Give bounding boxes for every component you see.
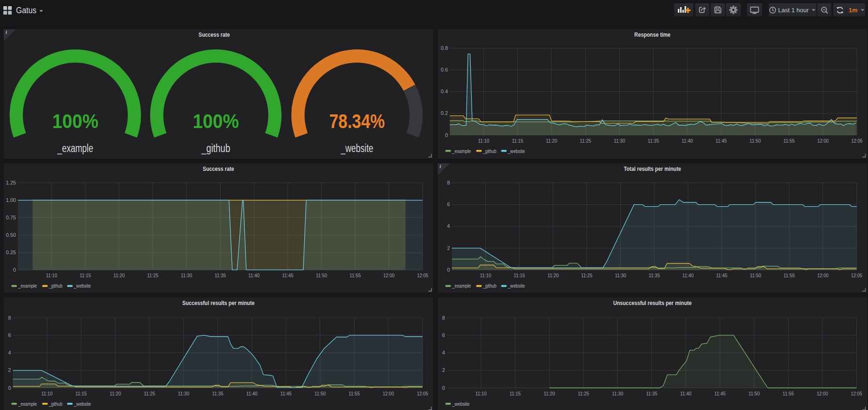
svg-text:11:45: 11:45 [280,391,291,396]
svg-text:11:10: 11:10 [475,391,487,396]
svg-text:0: 0 [447,267,450,273]
svg-text:_github: _github [48,401,62,407]
svg-text:4: 4 [8,350,11,355]
svg-text:11:20: 11:20 [544,391,555,396]
svg-text:11:15: 11:15 [75,391,87,396]
svg-text:11:45: 11:45 [714,391,725,396]
svg-text:_example: _example [452,283,471,289]
svg-text:11:40: 11:40 [680,391,691,396]
svg-text:11:35: 11:35 [648,138,659,144]
svg-text:12:05: 12:05 [417,391,428,396]
svg-text:11:10: 11:10 [41,391,53,396]
svg-text:6: 6 [8,332,11,338]
svg-text:11:30: 11:30 [181,273,192,278]
svg-text:11:10: 11:10 [480,273,491,278]
svg-text:11:35: 11:35 [649,273,660,278]
svg-text:11:30: 11:30 [614,138,625,144]
svg-text:12:05: 12:05 [851,138,862,144]
svg-text:11:45: 11:45 [716,273,727,278]
svg-text:12:00: 12:00 [383,391,394,396]
svg-text:11:30: 11:30 [612,391,623,396]
svg-text:8: 8 [447,180,450,185]
svg-text:11:25: 11:25 [144,391,155,396]
svg-text:2: 2 [442,367,445,373]
svg-text:11:45: 11:45 [715,138,727,144]
svg-text:11:10: 11:10 [46,273,57,278]
svg-text:78.34%: 78.34% [330,110,385,132]
svg-text:12:05: 12:05 [851,391,862,396]
svg-text:11:55: 11:55 [783,138,795,144]
svg-text:12:05: 12:05 [417,273,428,278]
svg-text:0: 0 [13,267,16,273]
svg-text:11:20: 11:20 [546,138,557,144]
svg-text:11:55: 11:55 [783,391,794,396]
svg-text:_website: _website [507,148,525,154]
svg-text:12:00: 12:00 [817,391,828,396]
svg-text:100%: 100% [193,110,239,132]
svg-text:11:20: 11:20 [113,273,125,278]
svg-text:11:15: 11:15 [80,273,91,278]
svg-text:11:55: 11:55 [349,391,360,396]
svg-text:11:25: 11:25 [581,273,593,278]
svg-text:0.6: 0.6 [441,67,448,72]
svg-text:2: 2 [447,245,450,251]
svg-text:11:50: 11:50 [750,273,761,278]
svg-text:_website: _website [340,142,373,154]
svg-text:_github: _github [48,283,62,289]
svg-text:100%: 100% [52,110,98,132]
svg-text:11:40: 11:40 [682,138,693,144]
svg-text:8: 8 [442,315,445,321]
svg-text:_github: _github [482,283,496,289]
svg-text:_example: _example [57,142,93,154]
svg-text:11:20: 11:20 [547,273,559,278]
svg-text:12:00: 12:00 [817,138,828,144]
svg-text:11:40: 11:40 [246,391,257,396]
svg-text:0.75: 0.75 [6,215,16,220]
svg-text:4: 4 [442,350,445,355]
svg-text:_github: _github [482,148,496,154]
svg-text:_github: _github [201,142,230,154]
svg-text:11:15: 11:15 [509,391,521,396]
svg-text:6: 6 [447,201,450,207]
svg-text:12:00: 12:00 [383,273,394,278]
svg-text:11:30: 11:30 [178,391,189,396]
svg-text:1.25: 1.25 [6,180,16,185]
svg-text:2: 2 [8,367,11,373]
svg-text:1.00: 1.00 [6,197,16,203]
svg-text:11:55: 11:55 [350,273,361,278]
svg-text:11:20: 11:20 [110,391,121,396]
svg-text:8: 8 [8,315,11,321]
svg-text:12:05: 12:05 [851,273,862,278]
svg-text:0: 0 [442,385,445,391]
svg-text:6: 6 [442,332,445,338]
svg-text:11:25: 11:25 [578,391,589,396]
svg-text:11:50: 11:50 [316,273,327,278]
svg-text:4: 4 [447,223,450,229]
svg-text:11:30: 11:30 [615,273,626,278]
svg-text:11:50: 11:50 [748,391,760,396]
svg-text:11:10: 11:10 [478,138,490,144]
svg-text:11:40: 11:40 [249,273,260,278]
svg-text:0.4: 0.4 [441,88,448,94]
svg-text:_example: _example [18,401,37,407]
svg-text:0.50: 0.50 [6,232,16,238]
svg-text:_website: _website [507,283,525,289]
svg-text:0.25: 0.25 [6,249,16,255]
svg-text:0.2: 0.2 [441,110,448,116]
svg-text:11:15: 11:15 [514,273,525,278]
svg-text:11:45: 11:45 [282,273,293,278]
svg-text:0.8: 0.8 [441,45,448,51]
svg-text:0: 0 [8,385,11,391]
svg-text:11:25: 11:25 [580,138,591,144]
svg-text:12:00: 12:00 [817,273,828,278]
svg-text:0: 0 [445,132,448,138]
svg-text:_example: _example [18,283,37,289]
svg-text:11:50: 11:50 [314,391,326,396]
svg-text:11:50: 11:50 [749,138,761,144]
svg-text:11:35: 11:35 [212,391,223,396]
svg-text:_website: _website [452,401,470,407]
svg-text:11:35: 11:35 [646,391,657,396]
svg-text:11:15: 11:15 [512,138,523,144]
svg-text:11:40: 11:40 [683,273,694,278]
svg-text:_example: _example [452,148,471,154]
